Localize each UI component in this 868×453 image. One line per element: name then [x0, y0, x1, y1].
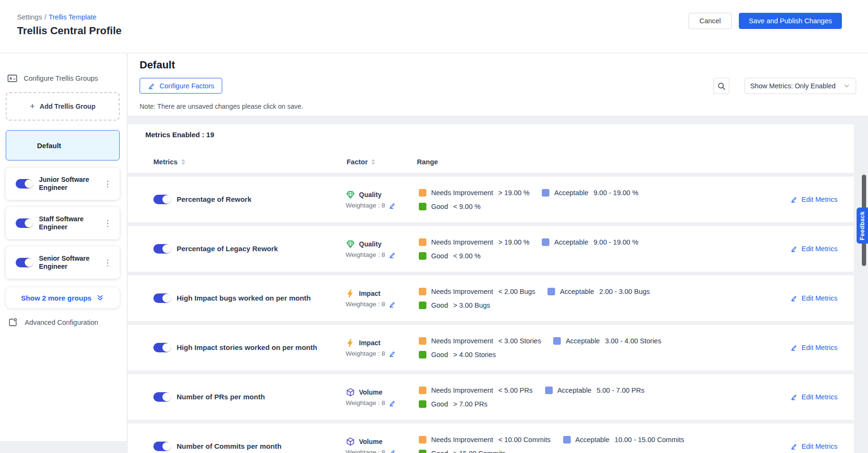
- edit-metrics-button[interactable]: Edit Metrics: [790, 275, 838, 321]
- edit-metrics-button[interactable]: Edit Metrics: [790, 325, 838, 370]
- edit-weightage-icon[interactable]: [388, 399, 396, 407]
- factor-cell: Volume Weightage : 8: [346, 424, 396, 453]
- breadcrumb-separator: /: [44, 13, 46, 21]
- edit-metrics-label: Edit Metrics: [802, 443, 838, 450]
- top-bar: Settings/Trellis Template Trellis Centra…: [0, 0, 868, 53]
- group-name: Junior Software Engineer: [39, 176, 102, 192]
- group-enabled-toggle[interactable]: [16, 218, 33, 228]
- pencil-icon: [790, 443, 798, 450]
- range-level-label: Acceptable: [576, 436, 610, 444]
- edit-metrics-button[interactable]: Edit Metrics: [790, 226, 838, 272]
- show-more-groups-button[interactable]: Show 2 more groups: [6, 287, 120, 308]
- sidebar-item-default[interactable]: Default: [6, 130, 120, 160]
- metric-row: Percentage of Legacy Rework Quality Weig…: [128, 226, 854, 272]
- range-value: 9.00 - 19.00 %: [594, 238, 638, 246]
- range-cell: Needs Improvement< 10.00 CommitsAcceptab…: [419, 424, 693, 453]
- save-and-publish-button[interactable]: Save and Publish Changes: [739, 13, 842, 29]
- sidebar-group-card[interactable]: Senior Software Engineer ⋮: [6, 246, 120, 279]
- factor-name: Quality: [359, 240, 381, 248]
- gem-quality-icon: [346, 239, 355, 249]
- metric-name: Number of PRs per month: [177, 374, 333, 420]
- metric-enabled-toggle[interactable]: [153, 195, 170, 204]
- range-chip: Needs Improvement< 2.00 Bugs: [419, 288, 535, 295]
- advanced-configuration-button[interactable]: Advanced Configuration: [8, 317, 98, 328]
- edit-weightage-icon[interactable]: [388, 449, 396, 453]
- range-chip: Acceptable9.00 - 19.00 %: [542, 238, 638, 246]
- sort-icon[interactable]: [371, 159, 375, 165]
- breadcrumb-trellis-template[interactable]: Trellis Template: [48, 13, 96, 21]
- column-header-metrics[interactable]: Metrics: [153, 158, 185, 166]
- kebab-menu-icon[interactable]: ⋮: [102, 217, 113, 229]
- kebab-menu-icon[interactable]: ⋮: [102, 178, 113, 190]
- edit-metrics-button[interactable]: Edit Metrics: [790, 374, 838, 420]
- range-color-swatch: [419, 337, 426, 345]
- group-enabled-toggle[interactable]: [16, 258, 33, 267]
- edit-metrics-label: Edit Metrics: [802, 344, 838, 351]
- edit-metrics-label: Edit Metrics: [802, 294, 838, 302]
- range-value: < 10.00 Commits: [499, 436, 551, 444]
- range-level-label: Acceptable: [557, 387, 592, 394]
- sidebar-group-card[interactable]: Junior Software Engineer ⋮: [6, 168, 120, 200]
- sidebar-group-card[interactable]: Staff Software Engineer ⋮: [6, 207, 120, 239]
- group-enabled-toggle[interactable]: [16, 179, 33, 189]
- pencil-icon: [790, 245, 798, 253]
- edit-weightage-icon[interactable]: [388, 251, 396, 259]
- range-level-label: Good: [431, 302, 448, 309]
- pencil-icon: [148, 82, 155, 90]
- cube-volume-icon: [346, 437, 355, 446]
- range-color-swatch: [419, 351, 426, 359]
- sort-icon[interactable]: [181, 159, 185, 165]
- chevron-down-icon: [843, 82, 850, 90]
- configure-factors-button[interactable]: Configure Factors: [140, 78, 222, 94]
- range-level-label: Good: [431, 351, 448, 359]
- range-value: > 19.00 %: [499, 189, 530, 197]
- edit-weightage-icon[interactable]: [388, 301, 396, 308]
- column-header-factor[interactable]: Factor: [347, 158, 375, 166]
- range-value: 2.00 - 3.00 Bugs: [599, 288, 650, 295]
- kebab-menu-icon[interactable]: ⋮: [102, 257, 113, 269]
- range-color-swatch: [419, 387, 426, 394]
- add-trellis-group-label: Add Trellis Group: [40, 103, 95, 110]
- range-color-swatch: [419, 450, 426, 453]
- range-chip: Good> 4.00 Stories: [419, 351, 496, 359]
- breadcrumb-settings[interactable]: Settings: [17, 13, 42, 21]
- metric-enabled-toggle[interactable]: [153, 343, 170, 352]
- metrics-enabled-count: Metrics Enabled : 19: [145, 131, 214, 139]
- search-button[interactable]: [713, 78, 729, 94]
- range-chip: Good< 9.00 %: [419, 203, 481, 210]
- range-value: < 9.00 %: [453, 203, 481, 210]
- metric-enabled-toggle[interactable]: [153, 442, 170, 451]
- breadcrumb: Settings/Trellis Template: [17, 13, 96, 21]
- range-chip: Good> 7.00 PRs: [419, 400, 488, 408]
- range-chip: Acceptable5.00 - 7.00 PRs: [545, 387, 645, 394]
- feedback-tab[interactable]: Feedback: [857, 208, 868, 244]
- metric-enabled-toggle[interactable]: [153, 293, 170, 303]
- metric-enabled-toggle[interactable]: [153, 244, 170, 254]
- range-chip: Needs Improvement> 19.00 %: [419, 238, 529, 246]
- range-value: < 2.00 Bugs: [499, 288, 536, 295]
- range-chip: Acceptable9.00 - 19.00 %: [542, 189, 638, 197]
- range-level-label: Good: [431, 203, 448, 210]
- pencil-icon: [790, 344, 798, 351]
- metrics-table-body: Percentage of Rework Quality Weightage :…: [128, 177, 854, 453]
- double-chevron-down-icon: [96, 293, 104, 302]
- edit-metrics-button[interactable]: Edit Metrics: [790, 177, 838, 222]
- factor-cell: Quality Weightage : 8: [346, 226, 396, 272]
- edit-metrics-label: Edit Metrics: [802, 245, 838, 253]
- advanced-configuration-label: Advanced Configuration: [25, 319, 98, 326]
- metric-name: Number of Commits per month: [177, 424, 333, 453]
- show-metrics-dropdown[interactable]: Show Metrics: Only Enabled: [745, 78, 856, 94]
- range-cell: Needs Improvement< 5.00 PRsAcceptable5.0…: [419, 374, 693, 420]
- edit-metrics-button[interactable]: Edit Metrics: [790, 424, 838, 453]
- metric-name: High Impact bugs worked on per month: [177, 275, 333, 321]
- metric-enabled-toggle[interactable]: [153, 392, 170, 402]
- edit-weightage-icon[interactable]: [388, 350, 396, 358]
- cancel-button[interactable]: Cancel: [689, 13, 732, 29]
- range-value: < 5.00 PRs: [499, 387, 533, 394]
- range-chip: Needs Improvement> 19.00 %: [419, 189, 529, 197]
- range-color-swatch: [419, 252, 426, 260]
- add-trellis-group-button[interactable]: + Add Trellis Group: [6, 92, 120, 121]
- range-color-swatch: [419, 436, 426, 444]
- range-level-label: Needs Improvement: [431, 387, 493, 394]
- edit-weightage-icon[interactable]: [388, 202, 396, 209]
